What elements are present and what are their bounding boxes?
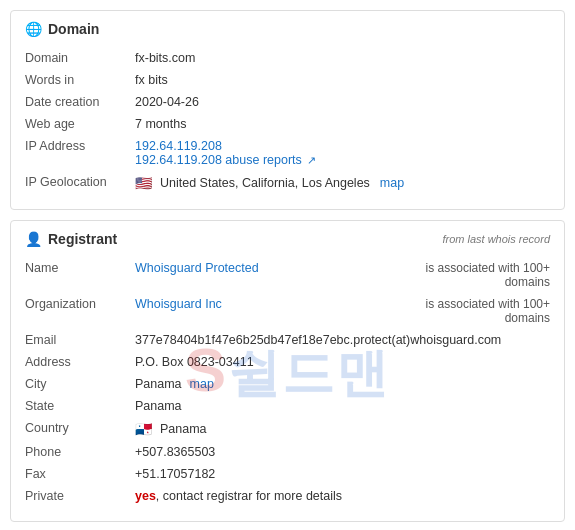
- name-label: Name: [25, 261, 135, 275]
- email-row: Email 377e78404b1f47e6b25db47ef18e7ebc.p…: [25, 329, 550, 351]
- city-map-link[interactable]: map: [190, 377, 214, 391]
- date-creation-label: Date creation: [25, 95, 135, 109]
- org-label: Organization: [25, 297, 135, 311]
- country-label: Country: [25, 421, 135, 435]
- ip-abuse-link[interactable]: 192.64.119.208 abuse reports ↗: [135, 153, 316, 167]
- email-value: 377e78404b1f47e6b25db47ef18e7ebc.protect…: [135, 333, 550, 347]
- name-row: Name Whoisguard Protected is associated …: [25, 257, 550, 293]
- ip-address-label: IP Address: [25, 139, 135, 153]
- state-value: Panama: [135, 399, 550, 413]
- state-row: State Panama: [25, 395, 550, 417]
- phone-row: Phone +507.8365503: [25, 441, 550, 463]
- domain-section-header: 🌐 Domain: [25, 21, 550, 37]
- name-assoc-note: is associated with 100+ domains: [390, 261, 550, 289]
- geo-map-link[interactable]: map: [380, 176, 404, 190]
- from-record-label: from last whois record: [442, 233, 550, 245]
- ip-abuse-line: 192.64.119.208 abuse reports ↗: [135, 153, 550, 167]
- city-row: City Panama map: [25, 373, 550, 395]
- domain-row: Domain fx-bits.com: [25, 47, 550, 69]
- state-label: State: [25, 399, 135, 413]
- name-value: Whoisguard Protected: [135, 261, 390, 275]
- phone-label: Phone: [25, 445, 135, 459]
- org-value: Whoisguard Inc: [135, 297, 390, 311]
- country-row: Country 🇵🇦 Panama: [25, 417, 550, 441]
- date-creation-row: Date creation 2020-04-26: [25, 91, 550, 113]
- registrant-header-label: Registrant: [48, 231, 117, 247]
- globe-icon: 🌐: [25, 21, 42, 37]
- city-label: City: [25, 377, 135, 391]
- web-age-label: Web age: [25, 117, 135, 131]
- geo-location-text: United States, California, Los Angeles: [160, 176, 370, 190]
- name-link[interactable]: Whoisguard Protected: [135, 261, 259, 275]
- private-label: Private: [25, 489, 135, 503]
- country-text: Panama: [160, 422, 207, 436]
- country-value: 🇵🇦 Panama: [135, 421, 550, 437]
- person-icon: 👤: [25, 231, 42, 247]
- fax-label: Fax: [25, 467, 135, 481]
- date-creation-value: 2020-04-26: [135, 95, 550, 109]
- ip-abuse-text: 192.64.119.208 abuse reports: [135, 153, 302, 167]
- ip-address-row: IP Address 192.64.119.208 192.64.119.208…: [25, 135, 550, 171]
- external-icon: ↗: [307, 154, 316, 166]
- domain-value: fx-bits.com: [135, 51, 550, 65]
- address-value: P.O. Box 0823-03411: [135, 355, 550, 369]
- city-value: Panama map: [135, 377, 550, 391]
- words-in-value: fx bits: [135, 73, 550, 87]
- org-assoc-note: is associated with 100+ domains: [390, 297, 550, 325]
- email-label: Email: [25, 333, 135, 347]
- words-in-label: Words in: [25, 73, 135, 87]
- org-link[interactable]: Whoisguard Inc: [135, 297, 222, 311]
- ip-geo-value: 🇺🇸 United States, California, Los Angele…: [135, 175, 550, 191]
- private-value: yes, contact registrar for more details: [135, 489, 550, 503]
- registrant-section: S쉴드맨 👤 Registrant from last whois record…: [10, 220, 565, 522]
- fax-value: +51.17057182: [135, 467, 550, 481]
- domain-header-label: Domain: [48, 21, 99, 37]
- us-flag: 🇺🇸: [135, 175, 152, 191]
- domain-section: 🌐 Domain Domain fx-bits.com Words in fx …: [10, 10, 565, 210]
- private-rest-text: , contact registrar for more details: [156, 489, 342, 503]
- ip-geo-row: IP Geolocation 🇺🇸 United States, Califor…: [25, 171, 550, 195]
- web-age-row: Web age 7 months: [25, 113, 550, 135]
- words-in-row: Words in fx bits: [25, 69, 550, 91]
- ip-geo-label: IP Geolocation: [25, 175, 135, 189]
- city-text: Panama: [135, 377, 182, 391]
- address-row: Address P.O. Box 0823-03411: [25, 351, 550, 373]
- ip-address-values: 192.64.119.208 192.64.119.208 abuse repo…: [135, 139, 550, 167]
- web-age-value: 7 months: [135, 117, 550, 131]
- address-label: Address: [25, 355, 135, 369]
- phone-value: +507.8365503: [135, 445, 550, 459]
- fax-row: Fax +51.17057182: [25, 463, 550, 485]
- org-row: Organization Whoisguard Inc is associate…: [25, 293, 550, 329]
- private-row: Private yes, contact registrar for more …: [25, 485, 550, 507]
- domain-label: Domain: [25, 51, 135, 65]
- ip-link[interactable]: 192.64.119.208: [135, 139, 550, 153]
- panama-flag: 🇵🇦: [135, 421, 152, 437]
- private-yes-text: yes: [135, 489, 156, 503]
